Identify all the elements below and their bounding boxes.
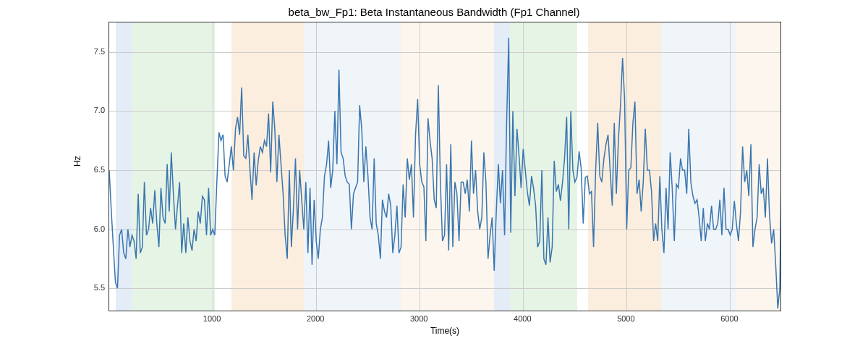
y-tick-label: 7.0 bbox=[94, 106, 105, 114]
x-tick-label: 4000 bbox=[514, 314, 531, 323]
chart-container bbox=[109, 22, 781, 311]
y-tick-label: 5.5 bbox=[94, 283, 105, 292]
x-tick-label: 2000 bbox=[307, 314, 324, 323]
chart-title: beta_bw_Fp1: Beta Instantaneous Bandwidt… bbox=[0, 6, 868, 18]
y-tick-label: 6.5 bbox=[94, 165, 105, 174]
x-tick-label: 5000 bbox=[617, 314, 634, 323]
x-tick-label: 3000 bbox=[410, 314, 427, 323]
y-tick-label: 6.0 bbox=[94, 224, 105, 233]
x-tick-label: 1000 bbox=[203, 314, 221, 323]
plot-area bbox=[109, 22, 781, 311]
y-tick-label: 7.5 bbox=[94, 47, 105, 56]
line-series bbox=[109, 22, 781, 311]
y-axis-label: Hz bbox=[72, 156, 82, 167]
x-tick-label: 6000 bbox=[720, 314, 738, 323]
x-axis-label: Time(s) bbox=[109, 326, 781, 336]
